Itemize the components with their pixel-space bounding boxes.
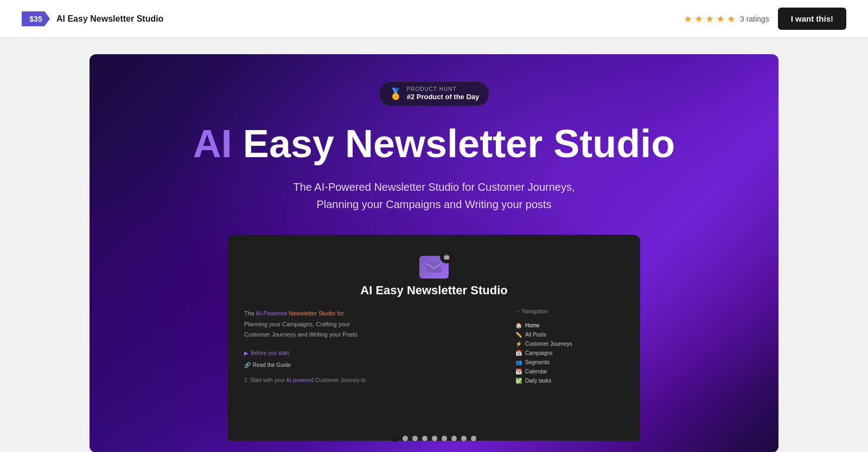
- nav-tasks-label: Daily tasks: [525, 378, 551, 384]
- nav-item-segments: 👥 Segments: [515, 358, 624, 367]
- journeys-icon: ⚡: [515, 341, 522, 347]
- ph-rank: #2 Product of the Day: [407, 93, 480, 101]
- hero-title: AI Easy Newsletter Studio: [193, 122, 675, 165]
- app-ui-mockup: The AI-Powered Newsletter Studio for Pla…: [244, 308, 624, 396]
- dot-6[interactable]: [442, 436, 447, 441]
- nav-item-campaigns: 📅 Campaigns: [515, 348, 624, 358]
- hero-subtitle-line1: The AI-Powered Newsletter Studio for Cus…: [293, 181, 575, 193]
- desc-line3: Customer Journeys and Writing your Posts: [244, 331, 358, 338]
- bottom-text-1: 1. Start with your: [244, 377, 286, 383]
- dot-9[interactable]: [471, 436, 476, 441]
- segments-icon: 👥: [515, 359, 522, 365]
- nav-posts-label: All Posts: [525, 332, 546, 338]
- before-start-text: Before you start: [251, 349, 289, 358]
- nav-dots-icon: ···: [515, 308, 520, 314]
- dot-5[interactable]: [432, 436, 437, 441]
- want-this-button[interactable]: I want this!: [778, 8, 846, 30]
- app-ui-right: ··· Navigation 🏠 Home ✏️ All Posts ⚡ Cus…: [515, 308, 624, 385]
- desc-ai: AI-Powered: [256, 310, 286, 317]
- star-1: ★: [684, 13, 692, 25]
- nav-calendar-label: Calendar: [525, 369, 547, 374]
- calendar-icon: 📆: [515, 369, 522, 374]
- medal-icon: 🏅: [389, 87, 403, 100]
- dot-3[interactable]: [412, 436, 418, 441]
- nav-item-tasks: ✅ Daily tasks: [515, 376, 624, 385]
- app-logo: 🤖: [418, 251, 450, 283]
- nav-journeys-label: Customer Journeys: [525, 341, 572, 347]
- hero-card: 🏅 PRODUCT HUNT #2 Product of the Day AI …: [90, 54, 778, 452]
- price-badge: $35: [22, 11, 50, 27]
- nav-item-posts: ✏️ All Posts: [515, 330, 624, 339]
- nav-item-journeys: ⚡ Customer Journeys: [515, 339, 624, 348]
- link-icon: 🔗: [244, 361, 251, 370]
- read-guide-item: 🔗 Read the Guide: [244, 361, 505, 370]
- bottom-text: 1. Start with your AI-powered Customer J…: [244, 376, 505, 385]
- desc-part1: The: [244, 310, 256, 317]
- svg-rect-0: [426, 262, 442, 273]
- nav-campaigns-label: Campaigns: [525, 350, 553, 356]
- desc-line2: Planning your Campaigns, Crafting your: [244, 321, 350, 327]
- product-title: AI Easy Newsletter Studio: [56, 14, 163, 24]
- hero-title-ai: AI: [193, 122, 232, 165]
- star-4: ★: [716, 13, 725, 25]
- product-hunt-badge: 🏅 PRODUCT HUNT #2 Product of the Day: [379, 81, 490, 106]
- navbar: $35 AI Easy Newsletter Studio ★ ★ ★ ★ ★ …: [0, 0, 868, 38]
- stars-container: ★ ★ ★ ★ ★ 3 ratings: [684, 13, 769, 25]
- nav-home-label: Home: [525, 322, 540, 328]
- play-icon: ▶: [244, 349, 248, 358]
- bottom-text-ai: AI-powered: [286, 377, 314, 383]
- ph-label: PRODUCT HUNT: [407, 86, 480, 93]
- dot-1[interactable]: [392, 435, 398, 442]
- nav-header: ··· Navigation: [515, 308, 624, 317]
- app-screenshot: 🤖 AI Easy Newsletter Studio The AI-Power…: [228, 235, 640, 441]
- nav-item-calendar: 📆 Calendar: [515, 367, 624, 376]
- tasks-icon: ✅: [515, 378, 522, 384]
- ph-text-wrapper: PRODUCT HUNT #2 Product of the Day: [407, 86, 480, 101]
- navbar-right: ★ ★ ★ ★ ★ 3 ratings I want this!: [684, 8, 846, 30]
- dot-8[interactable]: [461, 436, 467, 441]
- app-screenshot-title: AI Easy Newsletter Studio: [360, 283, 507, 298]
- star-3: ★: [705, 13, 714, 25]
- app-description: The AI-Powered Newsletter Studio for Pla…: [244, 308, 505, 340]
- dot-4[interactable]: [422, 436, 427, 441]
- star-5: ★: [727, 13, 736, 25]
- nav-header-text: Navigation: [522, 308, 547, 314]
- carousel-dots: [392, 435, 476, 442]
- ratings-text: 3 ratings: [740, 15, 769, 23]
- envelope-badge: 🤖: [440, 250, 453, 263]
- nav-item-home: 🏠 Home: [515, 321, 624, 330]
- campaigns-icon: 📅: [515, 350, 522, 356]
- envelope-icon: [426, 262, 442, 273]
- envelope-body: 🤖: [419, 256, 449, 279]
- home-icon: 🏠: [515, 322, 522, 328]
- main-content: 🏅 PRODUCT HUNT #2 Product of the Day AI …: [0, 38, 868, 452]
- star-2: ★: [694, 13, 703, 25]
- bottom-text-2: Customer Journey to: [314, 377, 366, 383]
- dot-2[interactable]: [403, 436, 408, 441]
- app-ui-left: The AI-Powered Newsletter Studio for Pla…: [244, 308, 505, 385]
- price-label: $35: [29, 15, 42, 23]
- desc-orange: Newsletter Studio for: [287, 310, 344, 317]
- navbar-left: $35 AI Easy Newsletter Studio: [22, 11, 163, 27]
- posts-icon: ✏️: [515, 332, 522, 338]
- dot-7[interactable]: [451, 436, 457, 441]
- before-start-section: ▶ Before you start 🔗 Read the Guide: [244, 349, 505, 370]
- before-start-label: ▶ Before you start: [244, 349, 505, 358]
- hero-subtitle-line2: Planning your Campaigns and Writing your…: [316, 198, 551, 210]
- nav-segments-label: Segments: [525, 359, 550, 365]
- hero-subtitle: The AI-Powered Newsletter Studio for Cus…: [293, 178, 575, 213]
- hero-title-rest: Easy Newsletter Studio: [232, 122, 675, 165]
- read-guide-text: Read the Guide: [253, 361, 291, 370]
